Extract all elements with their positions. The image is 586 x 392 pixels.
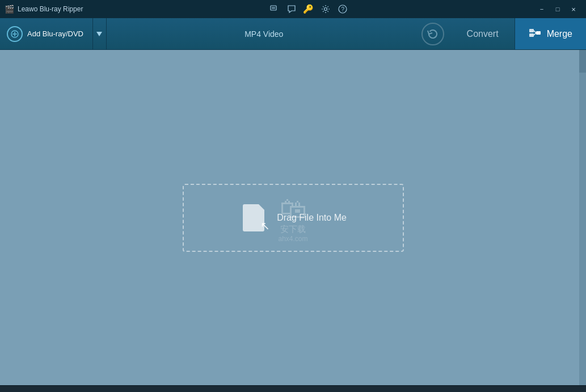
merge-icon (529, 28, 541, 40)
drag-drop-text: Drag File Into Me (277, 213, 347, 223)
app-icon: 🎬 (5, 5, 14, 14)
minimize-button[interactable]: − (534, 3, 550, 15)
add-bluray-button[interactable]: Add Blu-ray/DVD (0, 18, 93, 49)
svg-line-13 (534, 33, 536, 35)
merge-label: Merge (547, 29, 572, 39)
title-bar-tools: 🔑 ? (268, 3, 349, 15)
title-bar: 🎬 Leawo Blu-ray Ripper 🔑 (0, 0, 586, 18)
convert-button[interactable]: Convert (451, 18, 515, 49)
app-title: Leawo Blu-ray Ripper (18, 5, 83, 13)
svg-rect-10 (529, 33, 534, 37)
svg-line-12 (534, 31, 536, 33)
main-content: ↖ Drag File Into Me 🛍 安下载 ahx4.com (0, 50, 586, 385)
svg-rect-11 (536, 31, 541, 35)
title-bar-left: 🎬 Leawo Blu-ray Ripper (5, 5, 83, 14)
close-button[interactable]: × (566, 3, 581, 15)
svg-rect-1 (272, 7, 275, 9)
refresh-button[interactable] (421, 23, 444, 45)
add-bluray-icon (7, 26, 23, 42)
share-icon[interactable] (268, 3, 281, 15)
scrollbar[interactable] (579, 50, 586, 385)
help-icon[interactable]: ? (336, 3, 349, 15)
window-controls[interactable]: − □ × (534, 3, 581, 15)
format-display: MP4 Video (107, 29, 421, 39)
taskbar: tiqer.exe 🔊 🌐 2014/10/03 17:22 (0, 385, 586, 392)
scrollbar-thumb[interactable] (579, 50, 586, 73)
key-icon[interactable]: 🔑 (302, 3, 315, 15)
svg-text:?: ? (341, 6, 344, 12)
cursor-arrow-icon: ↖ (260, 219, 270, 233)
settings-icon[interactable] (319, 3, 332, 15)
svg-rect-9 (529, 29, 534, 32)
format-label: MP4 Video (244, 29, 283, 39)
restore-button[interactable]: □ (550, 3, 566, 15)
merge-button[interactable]: Merge (515, 18, 586, 49)
main-toolbar: Add Blu-ray/DVD MP4 Video Convert Mer (0, 18, 586, 50)
drag-drop-zone[interactable]: ↖ Drag File Into Me (183, 184, 404, 252)
add-bluray-label: Add Blu-ray/DVD (27, 29, 83, 38)
svg-point-2 (324, 8, 327, 11)
drag-file-icon: ↖ (239, 202, 268, 234)
chat-icon[interactable] (285, 3, 298, 15)
add-dropdown-button[interactable] (93, 18, 107, 49)
svg-marker-8 (96, 32, 102, 36)
